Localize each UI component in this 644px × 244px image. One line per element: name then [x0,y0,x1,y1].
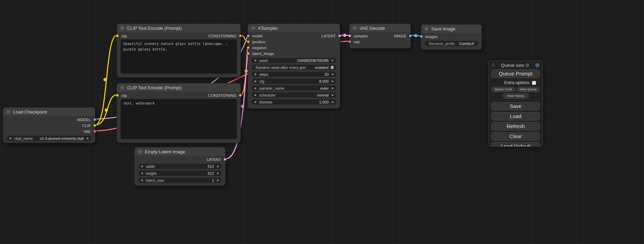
image-output-dot[interactable] [409,34,412,37]
latent-port-dot[interactable] [223,158,227,161]
prompt-textarea[interactable]: text, watermark [121,99,237,139]
increment-arrow-icon[interactable]: ▶ [332,87,334,90]
view-history-button[interactable]: View History [503,93,529,99]
model-port-dot[interactable] [93,118,96,121]
increment-arrow-icon[interactable]: ▶ [217,179,219,182]
decrement-arrow-icon[interactable]: ◀ [254,59,256,62]
node-clip-text-encode-negative[interactable]: CLIP Text Encode (Prompt) clip CONDITION… [117,83,241,143]
decrement-arrow-icon[interactable]: ◀ [254,80,256,83]
input-port-positive[interactable]: positive [248,39,340,45]
widget-sampler-name[interactable]: ◀ sampler_name euler ▶ [252,85,336,91]
collapse-dot[interactable] [121,86,124,89]
widget-denoise[interactable]: ◀ denoise 1.000 ▶ [252,99,336,105]
clip-input-dot[interactable] [116,34,119,37]
input-port-vae[interactable]: vae [350,39,411,45]
widget-random-seed-toggle[interactable]: Random seed after every gen enabled [252,65,336,70]
node-save-image[interactable]: Save Image images filename_prefix ComfyU… [421,24,482,50]
widget-ckpt-name[interactable]: ◀ ckpt_name v1-5-pruned-emaonly.ckpt ▶ [7,136,91,141]
output-port-latent[interactable]: LATENT [135,156,225,162]
load-button[interactable]: Load [491,112,540,120]
decrement-arrow-icon[interactable]: ◀ [254,87,256,90]
input-port-negative[interactable]: negative [248,45,340,51]
prompt-textarea[interactable]: beautiful scenery nature glass bottle la… [121,39,237,74]
input-port-latent-image[interactable]: latent_image [248,51,340,56]
conditioning-output-dot[interactable] [239,34,242,37]
increment-arrow-icon[interactable]: ▶ [217,165,219,168]
increment-arrow-icon[interactable]: ▶ [87,137,89,140]
node-clip-text-encode-positive[interactable]: CLIP Text Encode (Prompt) clip CONDITION… [117,24,241,78]
node-header[interactable]: Empty Latent Image [135,147,225,156]
input-port-images[interactable]: images [421,34,482,39]
settings-gear-icon[interactable]: ⚙ [535,63,540,68]
samples-input-dot[interactable] [348,34,351,37]
positive-input-dot[interactable] [247,40,250,43]
widget-scheduler[interactable]: ◀ scheduler normal ▶ [252,92,336,98]
decrement-arrow-icon[interactable]: ◀ [254,101,256,103]
widget-batch-size[interactable]: ◀ batch_size 1 ▶ [138,178,222,183]
widget-height[interactable]: ◀ height 512 ▶ [138,171,222,176]
node-header[interactable]: VAE Decode [350,24,411,32]
node-graph-canvas[interactable]: Load Checkpoint MODEL CLIP VAE ◀ ckpt_na… [0,0,644,244]
node-ksampler[interactable]: KSampler model LATENT positive negative … [248,24,340,109]
queue-prompt-button[interactable]: Queue Prompt [491,70,540,78]
decrement-arrow-icon[interactable]: ◀ [141,179,143,182]
node-load-checkpoint[interactable]: Load Checkpoint MODEL CLIP VAE ◀ ckpt_na… [3,107,95,143]
node-header[interactable]: CLIP Text Encode (Prompt) [117,83,240,92]
clip-input-dot[interactable] [116,94,119,97]
output-port-clip[interactable]: CLIP [3,123,95,128]
widget-steps[interactable]: ◀ steps 20 ▶ [252,72,336,77]
collapse-dot[interactable] [138,150,142,153]
widget-seed[interactable]: ◀ seed 156680208700286 ▶ [252,58,336,63]
node-header[interactable]: KSampler [248,24,340,32]
decrement-arrow-icon[interactable]: ◀ [254,94,256,97]
node-empty-latent-image[interactable]: Empty Latent Image LATENT ◀ width 512 ▶ … [134,147,226,186]
widget-filename-prefix[interactable]: filename_prefix ComfyUI [425,41,478,46]
load-default-button[interactable]: Load Default [491,142,540,147]
save-button[interactable]: Save [491,102,540,110]
widget-cfg[interactable]: ◀ cfg 8.000 ▶ [252,79,336,84]
view-queue-button[interactable]: View Queue [517,87,540,92]
drag-handle-icon[interactable]: ⠿ [492,63,495,68]
increment-arrow-icon[interactable]: ▶ [217,172,219,175]
output-port-model[interactable]: MODEL [3,117,95,123]
model-input-dot[interactable] [247,34,250,37]
decrement-arrow-icon[interactable]: ◀ [141,165,143,168]
node-header[interactable]: CLIP Text Encode (Prompt) [117,24,240,32]
increment-arrow-icon[interactable]: ▶ [332,80,334,83]
node-title: Empty Latent Image [145,149,185,154]
node-vae-decode[interactable]: VAE Decode samples IMAGE vae [349,24,411,48]
increment-arrow-icon[interactable]: ▶ [332,94,334,97]
vae-input-dot[interactable] [348,40,351,43]
increment-arrow-icon[interactable]: ▶ [332,59,334,62]
collapse-dot[interactable] [425,27,428,30]
queue-front-button[interactable]: Queue Front [492,87,515,92]
decrement-arrow-icon[interactable]: ◀ [9,137,11,140]
increment-arrow-icon[interactable]: ▶ [332,73,334,76]
latent-image-input-dot[interactable] [247,52,250,55]
latent-output-dot[interactable] [338,34,341,37]
increment-arrow-icon[interactable]: ▶ [332,101,334,103]
link-dot [105,109,108,112]
clip-port-dot[interactable] [93,124,96,127]
refresh-button[interactable]: Refresh [491,122,540,130]
collapse-dot[interactable] [7,110,10,114]
widget-width[interactable]: ◀ width 512 ▶ [138,164,222,169]
decrement-arrow-icon[interactable]: ◀ [254,73,256,76]
output-port-vae[interactable]: VAE [3,128,95,134]
clear-button[interactable]: Clear [491,132,540,141]
decrement-arrow-icon[interactable]: ◀ [141,172,143,175]
collapse-dot[interactable] [353,26,356,30]
node-header[interactable]: Load Checkpoint [3,108,95,116]
vae-port-dot[interactable] [93,130,96,133]
images-input-dot[interactable] [420,35,423,38]
conditioning-output-dot[interactable] [239,94,242,97]
link-dot [414,34,417,37]
node-title: KSampler [258,26,278,31]
extra-options-checkbox[interactable] [532,81,536,85]
negative-input-dot[interactable] [247,46,250,49]
node-title: VAE Decode [360,26,385,31]
node-header[interactable]: Save Image [421,25,482,33]
collapse-dot[interactable] [121,26,124,30]
toggle-dot[interactable] [330,66,334,69]
collapse-dot[interactable] [252,26,255,30]
